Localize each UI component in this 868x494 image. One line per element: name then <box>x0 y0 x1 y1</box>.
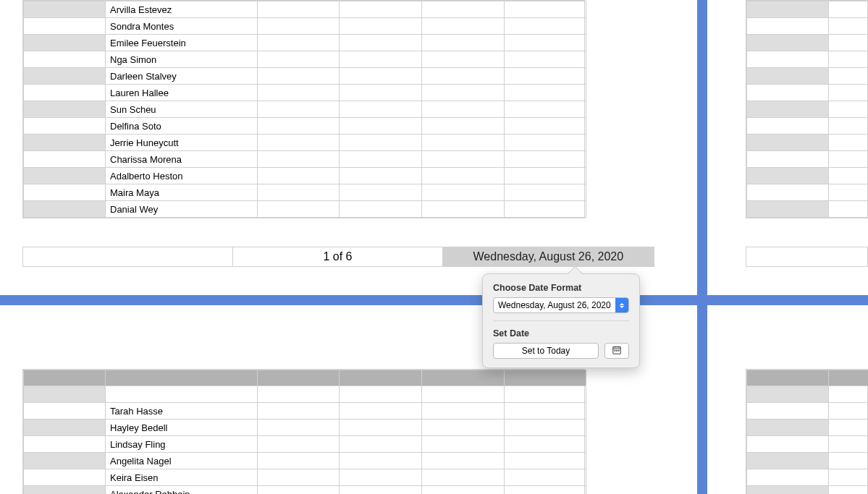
cell[interactable] <box>422 469 505 486</box>
cell[interactable] <box>340 151 422 168</box>
header-cell[interactable] <box>422 370 505 386</box>
cell[interactable] <box>747 436 829 453</box>
cell[interactable] <box>340 436 422 453</box>
cell[interactable] <box>24 151 106 168</box>
cell[interactable] <box>422 486 505 495</box>
cell[interactable] <box>24 35 106 51</box>
cell[interactable] <box>258 35 340 51</box>
footer-cell[interactable] <box>746 247 867 266</box>
name-cell[interactable]: Sondra Montes <box>106 18 258 35</box>
name-cell[interactable] <box>829 51 869 68</box>
header-cell[interactable] <box>258 370 340 386</box>
cell[interactable] <box>505 51 586 68</box>
cell[interactable] <box>340 184 422 201</box>
cell[interactable] <box>340 1 422 18</box>
cell[interactable] <box>505 35 586 51</box>
cell[interactable] <box>505 151 586 168</box>
cell[interactable] <box>24 201 106 218</box>
cell[interactable] <box>747 135 829 151</box>
cell[interactable] <box>422 168 505 184</box>
name-cell[interactable]: Sun Scheu <box>106 101 258 118</box>
cell[interactable] <box>340 486 422 495</box>
cell[interactable] <box>258 386 340 403</box>
cell[interactable] <box>340 201 422 218</box>
cell[interactable] <box>747 1 829 18</box>
cell[interactable] <box>340 135 422 151</box>
cell[interactable] <box>747 18 829 35</box>
cell[interactable] <box>24 135 106 151</box>
cell[interactable] <box>258 68 340 85</box>
cell[interactable] <box>258 486 340 495</box>
cell[interactable] <box>340 469 422 486</box>
cell[interactable] <box>258 118 340 135</box>
cell[interactable] <box>747 151 829 168</box>
cell[interactable] <box>340 85 422 101</box>
cell[interactable] <box>258 101 340 118</box>
cell[interactable] <box>505 420 586 436</box>
name-cell[interactable]: Angelita Nagel <box>106 453 258 469</box>
cell[interactable] <box>505 68 586 85</box>
cell[interactable] <box>422 101 505 118</box>
name-cell[interactable] <box>829 35 869 51</box>
name-cell[interactable]: Tarah Hasse <box>106 403 258 420</box>
cell[interactable] <box>24 386 106 403</box>
cell[interactable] <box>505 168 586 184</box>
name-cell[interactable] <box>829 201 869 218</box>
header-cell[interactable] <box>24 370 106 386</box>
cell[interactable] <box>422 184 505 201</box>
cell[interactable] <box>258 403 340 420</box>
cell[interactable] <box>24 101 106 118</box>
name-cell[interactable]: Maira Maya <box>106 184 258 201</box>
cell[interactable] <box>24 168 106 184</box>
cell[interactable] <box>422 386 505 403</box>
cell[interactable] <box>258 201 340 218</box>
cell[interactable] <box>422 18 505 35</box>
cell[interactable] <box>340 35 422 51</box>
name-cell[interactable]: Jerrie Huneycutt <box>106 135 258 151</box>
name-cell[interactable] <box>829 18 869 35</box>
cell[interactable] <box>258 85 340 101</box>
cell[interactable] <box>340 51 422 68</box>
name-cell[interactable]: Alexander Rehbein <box>106 486 258 495</box>
cell[interactable] <box>505 486 586 495</box>
cell[interactable] <box>24 1 106 18</box>
cell[interactable] <box>747 184 829 201</box>
cell[interactable] <box>747 35 829 51</box>
name-cell[interactable]: Danial Wey <box>106 201 258 218</box>
footer-date-field[interactable]: Wednesday, August 26, 2020 <box>443 247 654 266</box>
cell[interactable] <box>258 436 340 453</box>
header-cell[interactable] <box>340 370 422 386</box>
cell[interactable] <box>505 135 586 151</box>
name-cell[interactable]: Lindsay Fling <box>106 436 258 453</box>
cell[interactable] <box>258 184 340 201</box>
cell[interactable] <box>258 453 340 469</box>
header-cell[interactable] <box>747 370 829 386</box>
date-format-select[interactable]: Wednesday, August 26, 2020 <box>493 297 629 313</box>
name-cell[interactable] <box>829 1 869 18</box>
name-cell[interactable] <box>106 386 258 403</box>
cell[interactable] <box>505 184 586 201</box>
footer-page-indicator[interactable]: 1 of 6 <box>233 247 442 266</box>
cell[interactable] <box>24 436 106 453</box>
cell[interactable] <box>258 51 340 68</box>
footer-cell[interactable] <box>23 247 233 266</box>
cell[interactable] <box>422 420 505 436</box>
name-cell[interactable]: Charissa Morena <box>106 151 258 168</box>
cell[interactable] <box>505 85 586 101</box>
cell[interactable] <box>24 184 106 201</box>
cell[interactable] <box>24 51 106 68</box>
cell[interactable] <box>24 453 106 469</box>
cell[interactable] <box>258 469 340 486</box>
cell[interactable] <box>422 85 505 101</box>
cell[interactable] <box>505 1 586 18</box>
cell[interactable] <box>747 85 829 101</box>
name-cell[interactable]: Adalberto Heston <box>106 168 258 184</box>
cell[interactable] <box>24 68 106 85</box>
name-cell[interactable] <box>829 168 869 184</box>
cell[interactable] <box>747 403 829 420</box>
header-cell[interactable] <box>106 370 258 386</box>
cell[interactable] <box>340 453 422 469</box>
name-cell[interactable] <box>829 403 869 420</box>
cell[interactable] <box>747 51 829 68</box>
cell[interactable] <box>505 469 586 486</box>
